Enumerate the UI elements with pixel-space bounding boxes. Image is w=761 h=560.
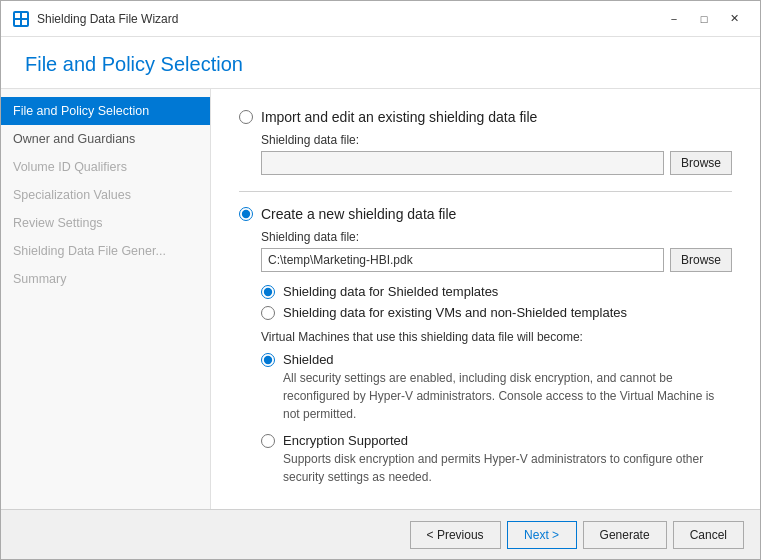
svg-rect-3: [22, 20, 27, 25]
sidebar-item-review: Review Settings: [1, 209, 210, 237]
vm-become-label: Virtual Machines that use this shielding…: [261, 330, 732, 344]
create-input-row: Browse: [261, 248, 732, 272]
svg-rect-1: [22, 13, 27, 18]
import-input-row: Browse: [261, 151, 732, 175]
window-title: Shielding Data File Wizard: [37, 12, 178, 26]
vm-shielded-desc: All security settings are enabled, inclu…: [283, 369, 732, 423]
minimize-button[interactable]: −: [660, 9, 688, 29]
vm-encryption-header: Encryption Supported: [261, 433, 732, 448]
svg-rect-2: [15, 20, 20, 25]
vm-shielded-option: Shielded All security settings are enabl…: [261, 352, 732, 423]
svg-rect-0: [15, 13, 20, 18]
sidebar-item-volume-id: Volume ID Qualifiers: [1, 153, 210, 181]
template-shielded-row: Shielding data for Shielded templates: [261, 284, 732, 299]
previous-button[interactable]: < Previous: [410, 521, 501, 549]
import-field-label: Shielding data file:: [261, 133, 732, 147]
create-browse-button[interactable]: Browse: [670, 248, 732, 272]
template-existing-label[interactable]: Shielding data for existing VMs and non-…: [283, 305, 627, 320]
sidebar-item-summary: Summary: [1, 265, 210, 293]
template-existing-row: Shielding data for existing VMs and non-…: [261, 305, 732, 320]
create-radio-row: Create a new shielding data file: [239, 206, 732, 222]
sidebar-item-shielding-gen: Shielding Data File Gener...: [1, 237, 210, 265]
import-label[interactable]: Import and edit an existing shielding da…: [261, 109, 537, 125]
sidebar-item-owner-guardians[interactable]: Owner and Guardians: [1, 125, 210, 153]
import-browse-button[interactable]: Browse: [670, 151, 732, 175]
vm-encryption-radio[interactable]: [261, 434, 275, 448]
sidebar-item-specialization: Specialization Values: [1, 181, 210, 209]
cancel-button[interactable]: Cancel: [673, 521, 744, 549]
sidebar: File and Policy Selection Owner and Guar…: [1, 89, 211, 509]
next-button[interactable]: Next >: [507, 521, 577, 549]
sidebar-item-file-policy[interactable]: File and Policy Selection: [1, 97, 210, 125]
section-divider: [239, 191, 732, 192]
title-bar-left: Shielding Data File Wizard: [13, 11, 178, 27]
page-title: File and Policy Selection: [25, 53, 736, 76]
create-section: Create a new shielding data file Shieldi…: [239, 206, 732, 486]
vm-encryption-option: Encryption Supported Supports disk encry…: [261, 433, 732, 486]
vm-shielded-label[interactable]: Shielded: [283, 352, 334, 367]
template-shielded-radio[interactable]: [261, 285, 275, 299]
create-radio[interactable]: [239, 207, 253, 221]
footer: < Previous Next > Generate Cancel: [1, 509, 760, 559]
import-section: Import and edit an existing shielding da…: [239, 109, 732, 175]
import-radio-row: Import and edit an existing shielding da…: [239, 109, 732, 125]
title-bar: Shielding Data File Wizard − □ ✕: [1, 1, 760, 37]
main-content: Import and edit an existing shielding da…: [211, 89, 760, 509]
template-existing-radio[interactable]: [261, 306, 275, 320]
import-radio[interactable]: [239, 110, 253, 124]
vm-encryption-label[interactable]: Encryption Supported: [283, 433, 408, 448]
close-button[interactable]: ✕: [720, 9, 748, 29]
content-area: File and Policy Selection Owner and Guar…: [1, 89, 760, 509]
generate-button[interactable]: Generate: [583, 521, 667, 549]
vm-shielded-header: Shielded: [261, 352, 732, 367]
app-icon: [13, 11, 29, 27]
create-file-input[interactable]: [261, 248, 664, 272]
title-bar-controls: − □ ✕: [660, 9, 748, 29]
vm-encryption-desc: Supports disk encryption and permits Hyp…: [283, 450, 732, 486]
page-header: File and Policy Selection: [1, 37, 760, 89]
template-type-section: Shielding data for Shielded templates Sh…: [261, 284, 732, 320]
template-shielded-label[interactable]: Shielding data for Shielded templates: [283, 284, 498, 299]
vm-shielded-radio[interactable]: [261, 353, 275, 367]
create-label[interactable]: Create a new shielding data file: [261, 206, 456, 222]
maximize-button[interactable]: □: [690, 9, 718, 29]
window: Shielding Data File Wizard − □ ✕ File an…: [0, 0, 761, 560]
import-file-input[interactable]: [261, 151, 664, 175]
create-field-label: Shielding data file:: [261, 230, 732, 244]
